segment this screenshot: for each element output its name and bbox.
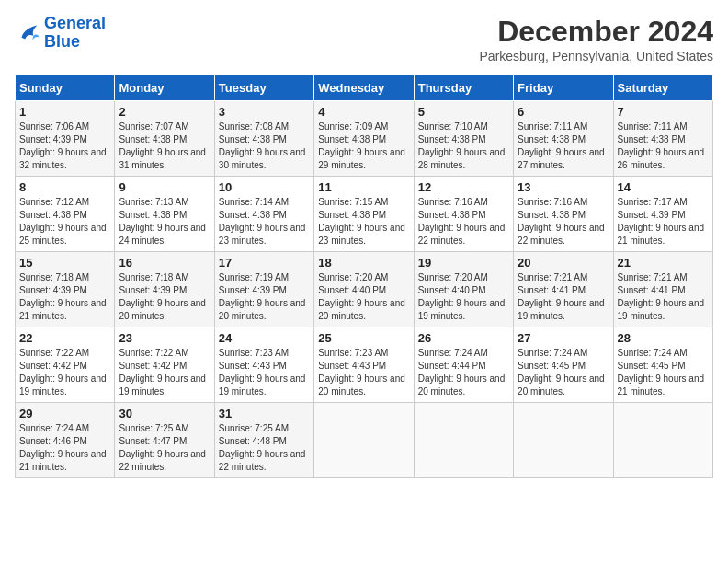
sunrise-text: Sunrise: 7:25 AM: [119, 423, 188, 433]
logo-icon: [15, 20, 40, 46]
day-info: Sunrise: 7:16 AM Sunset: 4:38 PM Dayligh…: [518, 196, 609, 247]
day-number: 16: [119, 256, 210, 270]
header-thursday: Thursday: [414, 75, 513, 101]
calendar-cell: 28 Sunrise: 7:24 AM Sunset: 4:45 PM Dayl…: [613, 327, 712, 403]
day-number: 6: [518, 105, 609, 119]
calendar-cell: 18 Sunrise: 7:20 AM Sunset: 4:40 PM Dayl…: [314, 252, 414, 327]
calendar-cell: [514, 403, 613, 478]
day-number: 30: [119, 407, 210, 420]
sunrise-text: Sunrise: 7:09 AM: [318, 121, 388, 132]
day-number: 9: [119, 180, 210, 194]
calendar-cell: 6 Sunrise: 7:11 AM Sunset: 4:38 PM Dayli…: [514, 101, 613, 177]
sunset-text: Sunset: 4:39 PM: [219, 285, 287, 295]
daylight-text: Daylight: 9 hours and 24 minutes.: [119, 223, 206, 246]
day-number: 29: [19, 407, 110, 420]
day-number: 28: [618, 331, 709, 345]
sunset-text: Sunset: 4:42 PM: [119, 361, 187, 371]
sunset-text: Sunset: 4:39 PM: [618, 210, 686, 220]
title-block: December 2024 Parkesburg, Pennsylvania, …: [480, 15, 713, 63]
calendar-cell: 10 Sunrise: 7:14 AM Sunset: 4:38 PM Dayl…: [214, 177, 313, 252]
sunset-text: Sunset: 4:38 PM: [418, 134, 486, 144]
sunrise-text: Sunrise: 7:16 AM: [418, 197, 488, 207]
daylight-text: Daylight: 9 hours and 26 minutes.: [618, 147, 705, 170]
week-row-2: 8 Sunrise: 7:12 AM Sunset: 4:38 PM Dayli…: [16, 177, 713, 252]
sunset-text: Sunset: 4:38 PM: [219, 210, 287, 220]
sunset-text: Sunset: 4:40 PM: [318, 285, 386, 295]
day-number: 3: [219, 105, 310, 119]
day-info: Sunrise: 7:11 AM Sunset: 4:38 PM Dayligh…: [518, 121, 609, 172]
day-info: Sunrise: 7:21 AM Sunset: 4:41 PM Dayligh…: [518, 271, 609, 323]
sunrise-text: Sunrise: 7:15 AM: [318, 197, 388, 207]
day-info: Sunrise: 7:15 AM Sunset: 4:38 PM Dayligh…: [318, 196, 409, 247]
sunset-text: Sunset: 4:39 PM: [119, 285, 187, 295]
sunset-text: Sunset: 4:38 PM: [318, 134, 386, 144]
sunrise-text: Sunrise: 7:12 AM: [19, 197, 89, 207]
day-number: 4: [318, 105, 409, 119]
day-number: 19: [418, 256, 509, 270]
day-number: 27: [518, 331, 609, 345]
daylight-text: Daylight: 9 hours and 19 minutes.: [219, 373, 306, 396]
sunrise-text: Sunrise: 7:10 AM: [418, 121, 488, 132]
daylight-text: Daylight: 9 hours and 20 minutes.: [219, 298, 306, 321]
sunrise-text: Sunrise: 7:23 AM: [219, 348, 289, 358]
day-number: 8: [19, 180, 110, 194]
sunset-text: Sunset: 4:43 PM: [219, 361, 287, 371]
day-number: 26: [418, 331, 509, 345]
sunset-text: Sunset: 4:38 PM: [418, 210, 486, 220]
sunrise-text: Sunrise: 7:08 AM: [219, 121, 289, 132]
sunrise-text: Sunrise: 7:24 AM: [618, 348, 688, 358]
calendar-cell: 15 Sunrise: 7:18 AM Sunset: 4:39 PM Dayl…: [16, 252, 115, 327]
sunset-text: Sunset: 4:38 PM: [518, 210, 586, 220]
calendar-cell: [314, 403, 414, 478]
calendar-cell: 7 Sunrise: 7:11 AM Sunset: 4:38 PM Dayli…: [613, 101, 712, 177]
day-info: Sunrise: 7:24 AM Sunset: 4:44 PM Dayligh…: [418, 347, 509, 398]
day-info: Sunrise: 7:13 AM Sunset: 4:38 PM Dayligh…: [119, 196, 210, 247]
week-row-3: 15 Sunrise: 7:18 AM Sunset: 4:39 PM Dayl…: [16, 252, 713, 327]
daylight-text: Daylight: 9 hours and 27 minutes.: [518, 147, 605, 170]
calendar-header: SundayMondayTuesdayWednesdayThursdayFrid…: [16, 75, 713, 101]
sunrise-text: Sunrise: 7:20 AM: [418, 272, 488, 282]
day-number: 15: [19, 256, 110, 270]
daylight-text: Daylight: 9 hours and 21 minutes.: [618, 223, 705, 246]
day-number: 7: [618, 105, 709, 119]
calendar-cell: 26 Sunrise: 7:24 AM Sunset: 4:44 PM Dayl…: [414, 327, 513, 403]
day-info: Sunrise: 7:25 AM Sunset: 4:47 PM Dayligh…: [119, 422, 210, 474]
day-info: Sunrise: 7:24 AM Sunset: 4:45 PM Dayligh…: [518, 347, 609, 398]
daylight-text: Daylight: 9 hours and 32 minutes.: [19, 147, 107, 170]
day-info: Sunrise: 7:20 AM Sunset: 4:40 PM Dayligh…: [418, 271, 509, 323]
day-info: Sunrise: 7:23 AM Sunset: 4:43 PM Dayligh…: [318, 347, 409, 398]
day-number: 17: [219, 256, 310, 270]
daylight-text: Daylight: 9 hours and 22 minutes.: [418, 223, 506, 246]
sunset-text: Sunset: 4:48 PM: [219, 436, 287, 446]
sunset-text: Sunset: 4:43 PM: [318, 361, 386, 371]
sunset-text: Sunset: 4:41 PM: [618, 285, 686, 295]
sunrise-text: Sunrise: 7:24 AM: [19, 423, 89, 433]
daylight-text: Daylight: 9 hours and 19 minutes.: [418, 298, 506, 321]
calendar-cell: 23 Sunrise: 7:22 AM Sunset: 4:42 PM Dayl…: [115, 327, 214, 403]
daylight-text: Daylight: 9 hours and 29 minutes.: [318, 147, 405, 170]
sunrise-text: Sunrise: 7:06 AM: [19, 121, 89, 132]
header-row: SundayMondayTuesdayWednesdayThursdayFrid…: [16, 75, 713, 101]
week-row-1: 1 Sunrise: 7:06 AM Sunset: 4:39 PM Dayli…: [16, 101, 713, 177]
day-info: Sunrise: 7:06 AM Sunset: 4:39 PM Dayligh…: [19, 121, 110, 172]
day-number: 13: [518, 180, 609, 194]
sunset-text: Sunset: 4:45 PM: [618, 361, 686, 371]
day-info: Sunrise: 7:22 AM Sunset: 4:42 PM Dayligh…: [19, 347, 110, 398]
calendar-cell: 9 Sunrise: 7:13 AM Sunset: 4:38 PM Dayli…: [115, 177, 214, 252]
sunrise-text: Sunrise: 7:13 AM: [119, 197, 188, 207]
sunset-text: Sunset: 4:38 PM: [318, 210, 386, 220]
calendar-cell: 14 Sunrise: 7:17 AM Sunset: 4:39 PM Dayl…: [613, 177, 712, 252]
day-number: 18: [318, 256, 409, 270]
sunrise-text: Sunrise: 7:22 AM: [19, 348, 89, 358]
calendar-cell: 31 Sunrise: 7:25 AM Sunset: 4:48 PM Dayl…: [214, 403, 313, 478]
calendar-cell: [414, 403, 513, 478]
header-friday: Friday: [514, 75, 613, 101]
sunset-text: Sunset: 4:46 PM: [19, 436, 87, 446]
daylight-text: Daylight: 9 hours and 30 minutes.: [219, 147, 306, 170]
header-saturday: Saturday: [613, 75, 712, 101]
sunset-text: Sunset: 4:39 PM: [19, 285, 87, 295]
week-row-4: 22 Sunrise: 7:22 AM Sunset: 4:42 PM Dayl…: [16, 327, 713, 403]
day-info: Sunrise: 7:24 AM Sunset: 4:46 PM Dayligh…: [19, 422, 110, 474]
day-info: Sunrise: 7:14 AM Sunset: 4:38 PM Dayligh…: [219, 196, 310, 247]
day-info: Sunrise: 7:16 AM Sunset: 4:38 PM Dayligh…: [418, 196, 509, 247]
